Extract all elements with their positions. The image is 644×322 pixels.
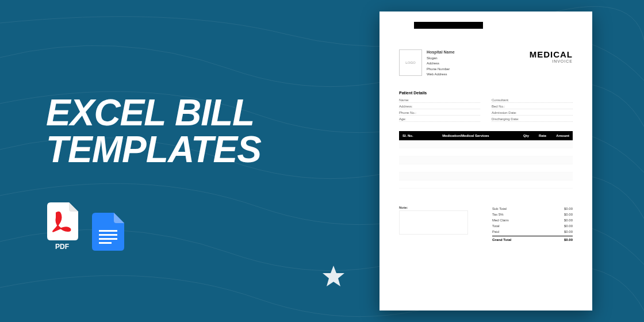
totals-section: Sub Total$0.00 Tax 5%$0.00 Med Claim$0.0… [492, 206, 573, 243]
table-row [399, 181, 573, 189]
table-row [399, 148, 573, 156]
hospital-slogan: Slogan [427, 56, 455, 60]
th-sl: Sl. No. [402, 134, 420, 137]
hospital-phone: Phone Number [427, 67, 455, 71]
field-consultant: Consultant: [492, 98, 573, 103]
total-value: $0.00 [564, 213, 573, 216]
total-label: Med Claim [492, 218, 509, 222]
hospital-web: Web Address [427, 72, 455, 76]
table-row [399, 164, 573, 172]
total-label: Total [492, 224, 500, 228]
note-label: Note: [399, 206, 468, 209]
note-area [399, 210, 468, 235]
field-phone: Phone No.: [399, 111, 480, 116]
th-qty: Qty [512, 134, 529, 137]
pdf-icon-container: PDF [46, 202, 78, 251]
total-value: $0.00 [564, 224, 573, 228]
field-bed: Bed No.: [492, 105, 573, 109]
total-value: $0.00 [564, 218, 573, 222]
invoice-table-body [399, 140, 573, 191]
grand-total-label: Grand Total [492, 238, 511, 241]
hospital-address: Address [427, 61, 455, 66]
svg-rect-0 [99, 230, 117, 232]
logo-placeholder: LOGO [399, 49, 422, 76]
invoice-title: MEDICAL [530, 49, 573, 59]
field-address: Address: [399, 105, 480, 109]
star-icon [322, 264, 345, 288]
field-age: Age: [399, 117, 480, 122]
grand-total-value: $0.00 [564, 238, 573, 241]
pdf-label: PDF [46, 243, 78, 251]
table-row [399, 172, 573, 181]
patient-details-title: Patient Details [399, 91, 573, 95]
svg-rect-3 [99, 242, 112, 244]
table-row [399, 140, 573, 148]
total-label: Paid [492, 230, 499, 233]
svg-rect-1 [99, 234, 117, 236]
th-rate: Rate [529, 134, 546, 137]
total-label: Sub Total [492, 207, 507, 210]
template-top-bar [414, 22, 483, 29]
svg-rect-2 [99, 238, 117, 240]
field-name: Name: [399, 98, 480, 103]
total-value: $0.00 [564, 207, 573, 210]
hospital-name: Hospital Name [427, 49, 455, 55]
table-row [399, 156, 573, 164]
total-label: Tax 5% [492, 213, 504, 216]
th-amt: Amount [546, 134, 569, 137]
invoice-template-preview: LOGO Hospital Name Slogan Address Phone … [379, 12, 592, 310]
invoice-subtitle: INVOICE [530, 59, 573, 63]
invoice-table-header: Sl. No. Medication/Medical Services Qty … [399, 131, 573, 140]
total-value: $0.00 [564, 230, 573, 233]
field-admission: Admission Date: [492, 111, 573, 116]
field-discharge: Discharging Date: [492, 117, 573, 122]
pdf-icon [46, 202, 78, 240]
google-docs-icon [92, 213, 124, 251]
docs-icon-container [92, 213, 124, 251]
th-med: Medication/Medical Services [420, 134, 512, 137]
